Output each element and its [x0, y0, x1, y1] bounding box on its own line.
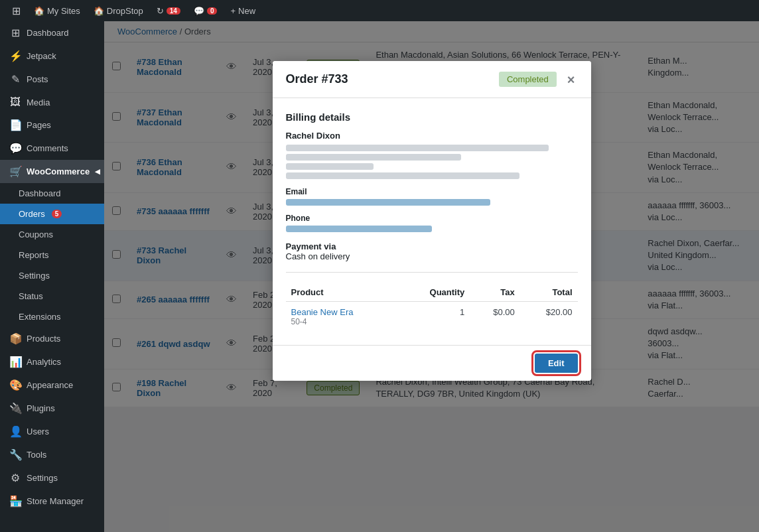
comments-count: 0 — [207, 7, 218, 15]
product-name-cell: Beanie New Era 50-4 — [286, 302, 399, 332]
sidebar-item-store-manager[interactable]: 🏪 Store Manager — [0, 490, 104, 513]
billing-title: Billing details — [286, 111, 578, 123]
settings-icon: ⚙ — [9, 472, 21, 484]
plugins-icon: 🔌 — [9, 402, 21, 415]
posts-icon: ✎ — [9, 73, 21, 86]
product-name[interactable]: Beanie New Era — [291, 307, 394, 317]
address-line-1 — [286, 145, 549, 151]
sidebar-item-label: WooCommerce — [27, 166, 90, 176]
product-quantity: 1 — [399, 302, 470, 332]
main-content: WooCommerce / Orders #738 Ethan Macdonal… — [104, 21, 759, 532]
users-icon: 👤 — [9, 425, 21, 438]
sidebar-item-label: Dashboard — [27, 28, 69, 38]
sidebar-item-products[interactable]: 📦 Products — [0, 327, 104, 350]
sidebar-item-label: Tools — [27, 450, 46, 460]
sidebar-item-tools[interactable]: 🔧 Tools — [0, 443, 104, 466]
sidebar-item-label: Reports — [19, 250, 49, 260]
sidebar-item-label: Dashboard — [19, 188, 61, 198]
wp-icon: ⊞ — [12, 5, 21, 17]
sidebar-item-pages[interactable]: 📄 Pages — [0, 113, 104, 137]
sidebar-item-posts[interactable]: ✎ Posts — [0, 68, 104, 91]
my-sites-button[interactable]: 🏠 My Sites — [27, 0, 87, 21]
sidebar-item-wc-reports[interactable]: Reports — [0, 245, 104, 265]
sidebar-item-label: Appearance — [27, 380, 73, 390]
sidebar: ⊞ Dashboard ⚡ Jetpack ✎ Posts 🖼 Media 📄 … — [0, 21, 104, 532]
sidebar-item-users[interactable]: 👤 Users — [0, 420, 104, 443]
sidebar-item-label: Jetpack — [27, 51, 56, 61]
sidebar-item-wc-coupons[interactable]: Coupons — [0, 224, 104, 245]
product-sku: 50-4 — [291, 317, 394, 326]
payment-via-label: Payment via Cash on delivery — [286, 241, 578, 261]
product-row: Beanie New Era 50-4 1 $0.00 $20.00 — [286, 302, 578, 332]
sidebar-item-label: Plugins — [27, 403, 55, 413]
address-line-4 — [286, 172, 519, 179]
sidebar-item-wc-settings[interactable]: Settings — [0, 265, 104, 286]
comments-button[interactable]: 💬 0 — [187, 0, 224, 21]
product-table: Product Quantity Tax Total Beanie New Er… — [286, 283, 578, 332]
dropstop-icon: 🏠 — [94, 6, 104, 16]
sidebar-item-settings[interactable]: ⚙ Settings — [0, 466, 104, 490]
media-icon: 🖼 — [9, 96, 21, 108]
payment-method: Cash on delivery — [286, 251, 350, 261]
address-line-2 — [286, 154, 461, 161]
sidebar-item-label: Users — [27, 427, 49, 436]
product-total: $20.00 — [520, 302, 578, 332]
sidebar-item-wc-status[interactable]: Status — [0, 286, 104, 306]
payment-label: Payment via — [286, 241, 336, 251]
jetpack-icon: ⚡ — [9, 50, 21, 62]
orders-badge: 5 — [52, 210, 62, 218]
modal-overlay[interactable]: Order #733 Completed × Billing details R… — [104, 21, 759, 532]
sidebar-item-label: Posts — [27, 74, 48, 84]
main-layout: ⊞ Dashboard ⚡ Jetpack ✎ Posts 🖼 Media 📄 … — [0, 21, 759, 532]
store-manager-icon: 🏪 — [9, 495, 21, 507]
sidebar-item-wc-extensions[interactable]: Extensions — [0, 306, 104, 327]
sidebar-item-wc-dashboard[interactable]: Dashboard — [0, 183, 104, 204]
sidebar-item-label: Coupons — [19, 230, 53, 239]
total-col-header: Total — [520, 283, 578, 302]
modal-body: Billing details Rachel Dixon Email Phone — [273, 98, 591, 345]
sidebar-item-label: Store Manager — [27, 496, 84, 506]
sidebar-item-plugins[interactable]: 🔌 Plugins — [0, 397, 104, 420]
sidebar-item-label: Analytics — [27, 357, 61, 367]
analytics-icon: 📊 — [9, 356, 21, 368]
comments-nav-icon: 💬 — [9, 142, 21, 155]
sidebar-item-appearance[interactable]: 🎨 Appearance — [0, 373, 104, 397]
sidebar-item-label: Comments — [27, 143, 68, 153]
sidebar-item-label: Status — [19, 291, 43, 301]
sidebar-item-label: Settings — [19, 271, 50, 281]
order-detail-modal: Order #733 Completed × Billing details R… — [273, 61, 591, 381]
phone-value — [286, 226, 432, 232]
sidebar-item-jetpack[interactable]: ⚡ Jetpack — [0, 44, 104, 68]
dropstop-label: DropStop — [107, 6, 143, 16]
email-value — [286, 199, 490, 206]
tax-col-header: Tax — [470, 283, 519, 302]
admin-bar: ⊞ 🏠 My Sites 🏠 DropStop ↻ 14 💬 0 + New — [0, 0, 759, 21]
products-icon: 📦 — [9, 332, 21, 345]
sidebar-item-wc-orders[interactable]: Orders 5 — [0, 204, 104, 224]
modal-title: Order #733 — [286, 72, 499, 86]
sidebar-item-media[interactable]: 🖼 Media — [0, 91, 104, 113]
new-content-button[interactable]: + New — [224, 0, 262, 21]
new-icon: + — [230, 6, 236, 16]
modal-footer: Edit — [273, 345, 591, 381]
comments-icon: 💬 — [194, 6, 204, 16]
my-sites-icon: 🏠 — [34, 6, 44, 16]
dashboard-icon: ⊞ — [9, 27, 21, 39]
sidebar-item-label: Pages — [27, 120, 51, 130]
woocommerce-arrow: ◀ — [95, 168, 100, 175]
updates-count: 14 — [167, 7, 180, 15]
updates-button[interactable]: ↻ 14 — [150, 0, 187, 21]
edit-order-button[interactable]: Edit — [535, 354, 578, 373]
modal-status-badge: Completed — [499, 72, 557, 87]
modal-close-button[interactable]: × — [565, 73, 578, 86]
dropstop-button[interactable]: 🏠 DropStop — [87, 0, 150, 21]
wp-logo-button[interactable]: ⊞ — [5, 0, 27, 21]
sidebar-item-woocommerce[interactable]: 🛒 WooCommerce ◀ — [0, 160, 104, 183]
sidebar-item-label: Products — [27, 334, 60, 344]
sidebar-item-label: Settings — [27, 473, 58, 483]
sidebar-item-comments[interactable]: 💬 Comments — [0, 137, 104, 160]
sidebar-item-label: Extensions — [19, 312, 61, 322]
sidebar-item-dashboard[interactable]: ⊞ Dashboard — [0, 21, 104, 44]
quantity-col-header: Quantity — [399, 283, 470, 302]
sidebar-item-analytics[interactable]: 📊 Analytics — [0, 350, 104, 373]
